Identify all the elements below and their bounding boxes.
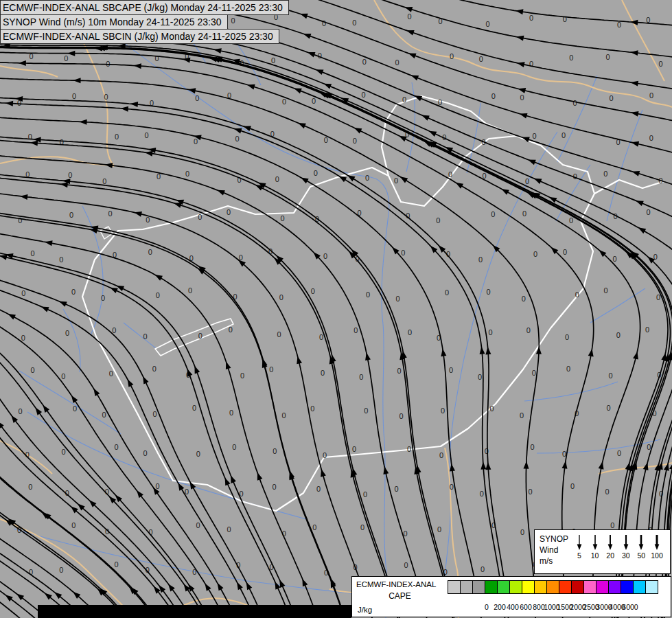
wind-arrowhead-icon — [159, 585, 165, 593]
grid-value-label: 0 — [192, 404, 196, 412]
grid-value-label: 0 — [109, 369, 113, 378]
wind-arrowhead-icon — [441, 349, 446, 356]
grid-value-label: 0 — [479, 55, 483, 63]
grid-value-label: 0 — [359, 373, 363, 381]
grid-value-label: 0 — [562, 450, 566, 458]
wind-arrowhead-icon — [134, 211, 142, 217]
wind-arrowhead-icon — [93, 389, 100, 396]
wind-speed-arrow: 10 — [588, 533, 603, 572]
grid-value-label: 0 — [28, 133, 32, 141]
grid-value-label: 0 — [198, 213, 202, 221]
grid-value-label: 0 — [154, 54, 159, 62]
weather-analysis-map: 0000000000000000000000000000000000000000… — [0, 0, 672, 618]
wind-arrowhead-icon — [35, 407, 42, 415]
grid-value-label: 0 — [227, 525, 231, 534]
wind-arrowhead-icon — [145, 151, 152, 157]
wind-arrowhead-icon — [194, 366, 200, 374]
grid-value-label: 0 — [69, 211, 73, 219]
grid-value-label: 0 — [570, 482, 575, 490]
grid-value-label: 0 — [322, 19, 326, 27]
grid-value-label: 0 — [21, 289, 25, 297]
grid-value-label: 0 — [353, 137, 357, 145]
grid-value-label: 0 — [282, 98, 286, 106]
down-arrow-icon — [621, 533, 632, 551]
grid-value-label: 0 — [659, 60, 663, 68]
grid-value-label: 0 — [196, 450, 200, 458]
grid-value-label: 0 — [319, 333, 323, 341]
down-arrow-icon — [574, 533, 585, 551]
grid-value-label: 0 — [352, 445, 356, 453]
wind-arrowhead-icon — [661, 353, 667, 361]
grid-value-label: 0 — [229, 409, 233, 417]
grid-value-label: 0 — [61, 448, 65, 456]
grid-value-label: 0 — [115, 133, 119, 141]
grid-value-label: 0 — [617, 21, 621, 29]
grid-value-label: 0 — [569, 54, 573, 62]
grid-value-label: 0 — [281, 214, 285, 222]
wind-arrowhead-icon — [95, 46, 102, 52]
grid-value-label: 0 — [108, 209, 113, 218]
grid-value-label: 0 — [64, 54, 68, 62]
wind-arrowhead-icon — [41, 306, 49, 312]
map-canvas: 0000000000000000000000000000000000000000… — [0, 0, 672, 618]
synop-legend-unit: m/s — [540, 556, 570, 566]
wind-speed-label: 20 — [606, 551, 614, 560]
grid-value-label: 0 — [533, 132, 537, 140]
wind-arrowhead-icon — [534, 179, 542, 184]
grid-value-label: 0 — [366, 290, 370, 299]
grid-value-label: 0 — [520, 93, 524, 102]
grid-value-label: 0 — [617, 449, 621, 457]
wind-arrowhead-icon — [636, 201, 644, 206]
grid-value-label: 0 — [487, 288, 491, 296]
grid-value-label: 0 — [352, 19, 356, 27]
wind-arrowhead-icon — [324, 84, 332, 89]
grid-value-label: 0 — [102, 177, 106, 185]
grid-value-label: 0 — [227, 208, 231, 216]
grid-value-label: 0 — [195, 94, 199, 102]
grid-value-label: 0 — [364, 407, 368, 415]
grid-value-label: 0 — [525, 177, 529, 185]
grid-value-label: 0 — [522, 295, 526, 303]
grid-value-label: 0 — [363, 490, 367, 499]
wind-arrowhead-icon — [588, 349, 594, 357]
wind-arrowhead-icon — [400, 176, 408, 183]
wind-arrowhead-icon — [11, 415, 18, 423]
grid-value-label: 0 — [529, 488, 533, 496]
grid-value-label: 0 — [532, 369, 536, 377]
grid-value-label: 0 — [448, 170, 452, 179]
wind-arrowhead-icon — [279, 580, 285, 588]
neighbor-borders-layer — [0, 0, 672, 618]
down-arrow-icon — [651, 533, 662, 551]
grid-value-label: 0 — [408, 12, 412, 21]
wind-arrowhead-icon — [237, 582, 243, 591]
cape-scale-ticks: 0200400600800100015002000250030004000600… — [352, 577, 671, 617]
grid-value-label: 0 — [647, 443, 651, 451]
grid-value-label: 0 — [104, 93, 108, 101]
grid-value-label: 0 — [73, 404, 77, 413]
wind-speed-label: 5 — [577, 551, 581, 560]
wind-arrowhead-icon — [59, 301, 67, 307]
grid-value-label: 0 — [520, 411, 524, 420]
grid-value-label: 0 — [281, 411, 286, 420]
grid-value-label: 0 — [646, 208, 650, 216]
wind-arrowhead-icon — [524, 461, 529, 469]
grid-value-label: 0 — [314, 169, 318, 177]
wind-arrowhead-icon — [339, 176, 347, 182]
wind-arrowhead-icon — [246, 582, 253, 591]
synop-wind-legend: SYNOP Wind m/s 510203050100 — [534, 529, 671, 574]
wind-arrowhead-icon — [516, 36, 524, 41]
grid-value-label: 0 — [269, 365, 273, 374]
down-arrow-icon — [590, 533, 601, 551]
wind-arrowhead-icon — [302, 579, 308, 587]
wind-arrowhead-icon — [73, 78, 81, 83]
wind-arrowhead-icon — [19, 60, 26, 66]
grid-value-label: 0 — [277, 330, 281, 339]
grid-value-label: 0 — [402, 95, 406, 104]
grid-value-label: 0 — [436, 216, 440, 225]
cape-tick-label: 400 — [507, 603, 519, 611]
wind-streamline — [0, 78, 539, 618]
wind-arrowhead-icon — [20, 194, 27, 200]
wind-arrowhead-icon — [43, 405, 49, 413]
title-sbcape: ECMWF-INDEX-ANAL SBCAPE (J/kg) Monday 24… — [0, 0, 289, 15]
grid-value-label: 0 — [395, 58, 399, 67]
